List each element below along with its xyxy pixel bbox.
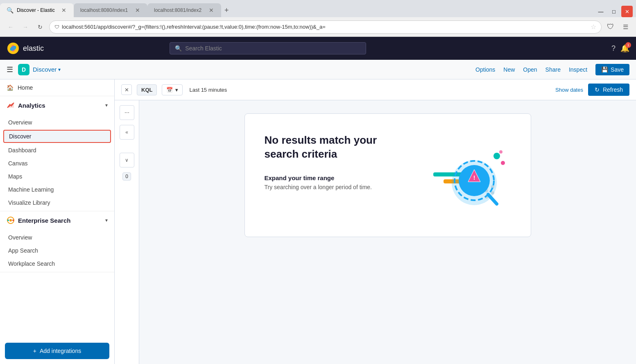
address-bar[interactable]: 🛡 localhost:5601/app/discover#/?_g=(filt… — [49, 20, 602, 34]
sidebar-item-maps[interactable]: Maps — [0, 170, 114, 183]
content-toolbar: ✕ KQL 📅 ▾ Last 15 minutes Show dates ↻ R… — [115, 79, 636, 100]
open-button[interactable]: Open — [523, 66, 537, 73]
chevron-down-icon: ∨ — [125, 157, 129, 163]
save-button[interactable]: 💾 Save — [595, 64, 629, 75]
analytics-section-header[interactable]: Analytics ▾ — [0, 96, 114, 114]
forward-button[interactable]: → — [20, 21, 31, 33]
result-count-badge: 0 — [122, 172, 131, 181]
header-icons: ? 🔔 1 — [611, 44, 629, 53]
calendar-icon: 📅 — [166, 87, 173, 93]
header-search: 🔍 Search Elastic — [170, 42, 366, 54]
sidebar: 🏠 Home Analytics ▾ Overview — [0, 79, 115, 364]
sidebar-item-home[interactable]: 🏠 Home — [0, 79, 114, 96]
url-text: localhost:5601/app/discover#/?_g=(filter… — [62, 24, 588, 30]
refresh-icon: ↻ — [595, 86, 600, 93]
kql-toggle[interactable]: KQL — [137, 84, 157, 95]
back-button[interactable]: ← — [5, 21, 16, 33]
notification-badge: 1 — [625, 42, 631, 48]
add-integrations-icon: + — [33, 348, 36, 354]
enterprise-chevron[interactable]: ▾ — [105, 217, 108, 223]
sidebar-item-dashboard[interactable]: Dashboard — [0, 144, 114, 157]
browser-tab-2[interactable]: localhost:8080/index1 ✕ — [74, 3, 147, 17]
reload-button[interactable]: ↻ — [34, 21, 46, 33]
sidebar-item-machine-learning[interactable]: Machine Learning — [0, 183, 114, 196]
svg-point-8 — [7, 219, 9, 221]
app-container: elastic 🔍 Search Elastic ? 🔔 1 ☰ D Disco… — [0, 37, 636, 364]
search-placeholder: Search Elastic — [185, 45, 222, 52]
collapse-panel-button[interactable]: « — [120, 125, 134, 140]
svg-point-25 — [501, 161, 505, 165]
sidebar-item-enterprise-overview[interactable]: Overview — [0, 231, 114, 244]
help-icon[interactable]: ? — [611, 44, 616, 53]
shield-icon[interactable]: 🛡 — [605, 21, 616, 33]
window-controls: — □ ✕ — [595, 6, 636, 17]
elastic-logo-text: elastic — [23, 44, 44, 53]
enterprise-section-header[interactable]: Enterprise Search ▾ — [0, 211, 114, 229]
sidebar-item-canvas[interactable]: Canvas — [0, 157, 114, 170]
new-button[interactable]: New — [503, 66, 515, 73]
analytics-section-title: Analytics — [7, 101, 45, 109]
hamburger-menu[interactable]: ☰ — [7, 65, 13, 74]
tab2-close[interactable]: ✕ — [134, 7, 141, 14]
sidebar-item-workplace-search[interactable]: Workplace Search — [0, 257, 114, 270]
tab3-close[interactable]: ✕ — [208, 7, 215, 14]
bookmark-icon[interactable]: ☆ — [591, 23, 596, 31]
expand-time-range-title: Expand your time range — [265, 174, 405, 181]
new-tab-button[interactable]: + — [221, 3, 232, 17]
expand-time-range-text: Try searching over a longer period of ti… — [265, 184, 405, 190]
app-nav: ☰ D Discover ▾ Options New Open Share In… — [0, 60, 636, 79]
minimize-button[interactable]: — — [595, 6, 607, 17]
main-layout: 🏠 Home Analytics ▾ Overview — [0, 79, 636, 364]
svg-point-9 — [12, 219, 14, 221]
browser-tab-3[interactable]: localhost:8081/index2 ✕ — [147, 3, 221, 17]
analytics-chevron[interactable]: ▾ — [105, 102, 108, 108]
show-dates-button[interactable]: Show dates — [555, 87, 583, 93]
sidebar-item-discover[interactable]: Discover — [3, 130, 111, 143]
grid-icon-panel[interactable]: ⋯ — [120, 105, 134, 120]
share-button[interactable]: Share — [545, 66, 561, 73]
save-icon: 💾 — [601, 66, 608, 73]
no-results-title: No results match your search criteria — [265, 133, 405, 161]
no-results-content: No results match your search criteria Ex… — [265, 133, 405, 190]
tab1-title: Discover - Elastic — [17, 7, 57, 13]
sidebar-item-overview[interactable]: Overview — [0, 116, 114, 129]
tab2-title: localhost:8080/index1 — [80, 7, 131, 13]
notifications-icon[interactable]: 🔔 1 — [620, 44, 629, 53]
app-name-chevron[interactable]: ▾ — [58, 67, 61, 72]
app-badge: D — [18, 64, 29, 75]
sidebar-item-app-search[interactable]: App Search — [0, 244, 114, 257]
tab1-favicon: 🔍 — [7, 7, 14, 14]
add-integrations-button[interactable]: + Add integrations — [5, 343, 109, 359]
home-label: Home — [18, 84, 33, 91]
elastic-logo-icon — [7, 42, 20, 55]
svg-point-24 — [493, 153, 500, 159]
content-area: ✕ KQL 📅 ▾ Last 15 minutes Show dates ↻ R… — [115, 79, 636, 364]
home-icon: 🏠 — [7, 84, 14, 91]
tab1-close[interactable]: ✕ — [61, 7, 67, 14]
close-button[interactable]: ✕ — [621, 6, 633, 17]
header-search-bar[interactable]: 🔍 Search Elastic — [170, 42, 366, 54]
sidebar-item-visualize-library[interactable]: Visualize Library — [0, 196, 114, 209]
sidebar-section-enterprise: Enterprise Search ▾ Overview App Search … — [0, 211, 114, 272]
options-button[interactable]: Options — [475, 66, 495, 73]
enterprise-icon — [7, 216, 15, 224]
maximize-button[interactable]: □ — [608, 6, 620, 17]
grid-dots-icon: ⋯ — [124, 110, 129, 115]
collapse-icon: « — [125, 129, 128, 135]
time-picker[interactable]: 📅 ▾ — [162, 84, 183, 95]
sidebar-section-analytics: Analytics ▾ Overview Discover Dashboard … — [0, 96, 114, 211]
app-name[interactable]: Discover — [33, 66, 57, 73]
app-header: elastic 🔍 Search Elastic ? 🔔 1 — [0, 37, 636, 60]
browser-tab-1[interactable]: 🔍 Discover - Elastic ✕ — [0, 3, 74, 17]
menu-icon[interactable]: ☰ — [620, 21, 631, 33]
inspect-button[interactable]: Inspect — [569, 66, 587, 73]
main-content: No results match your search criteria Ex… — [139, 100, 636, 364]
security-icon: 🛡 — [54, 24, 59, 30]
enterprise-items: Overview App Search Workplace Search — [0, 229, 114, 272]
browser-toolbar: ← → ↻ 🛡 localhost:5601/app/discover#/?_g… — [0, 17, 636, 37]
browser-chrome: 🔍 Discover - Elastic ✕ localhost:8080/in… — [0, 0, 636, 37]
close-filter-button[interactable]: ✕ — [121, 84, 132, 95]
refresh-button[interactable]: ↻ Refresh — [588, 84, 629, 96]
expand-panel-button[interactable]: ∨ — [120, 153, 134, 167]
tab3-title: localhost:8081/index2 — [154, 7, 205, 13]
